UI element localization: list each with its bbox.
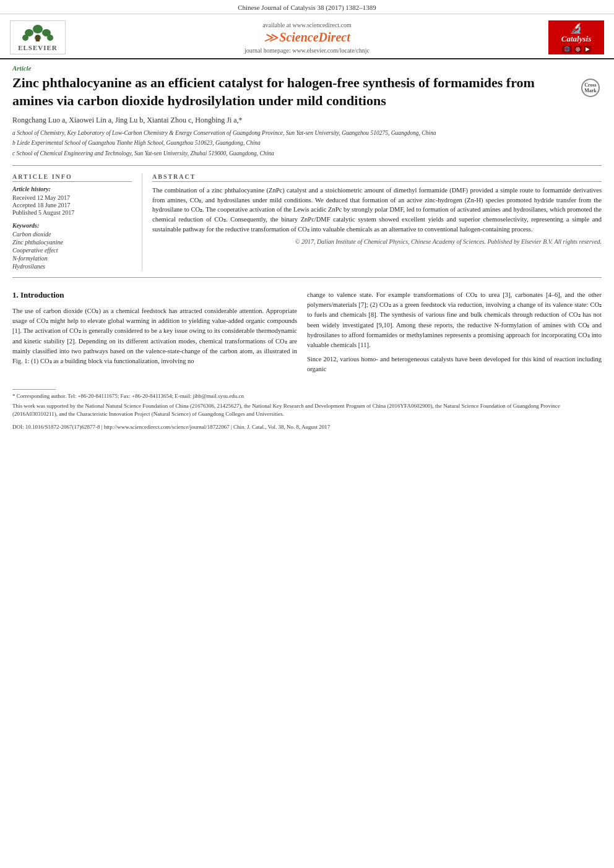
footnotes: * Corresponding author. Tel: +86-20-8411… <box>0 392 614 424</box>
separator-2 <box>12 277 602 278</box>
history-label: Article history: <box>12 186 132 192</box>
doi-text: DOI: 10.1016/S1872-2067(17)62877-8 | htt… <box>12 424 330 430</box>
abstract-column: ABSTRACT The combination of a zinc phtha… <box>142 173 602 271</box>
abstract-heading: ABSTRACT <box>152 173 602 182</box>
keywords-section: Keywords: Carbon dioxide Zinc phthalocya… <box>12 222 132 270</box>
elsevier-name: ELSEVIER <box>18 44 58 51</box>
icon-play: ▶ <box>584 46 591 53</box>
corresponding-author-note: * Corresponding author. Tel: +86-20-8411… <box>12 392 602 401</box>
header-area: ELSEVIER available at www.sciencedirect.… <box>0 14 614 59</box>
accepted-date: Accepted 18 June 2017 <box>12 202 132 208</box>
published-date: Published 5 August 2017 <box>12 209 132 216</box>
separator <box>12 165 602 166</box>
keyword-3: Cooperative effect <box>12 247 132 254</box>
sd-available-text: available at www.sciencedirect.com <box>262 22 352 28</box>
intro-para-2: change to valence state. For example tra… <box>307 290 602 351</box>
intro-title: Introduction <box>20 290 64 299</box>
affiliation-b: b Liede Experimental School of Guangzhou… <box>12 139 602 147</box>
intro-left-text: The use of carbon dioxide (CO₂) as a che… <box>12 306 297 367</box>
icon-circle: ◎ <box>574 46 582 53</box>
sciencedirect-header: available at www.sciencedirect.com ≫ Sci… <box>66 22 548 54</box>
page: Chinese Journal of Catalysis 38 (2017) 1… <box>0 0 614 868</box>
keyword-2: Zinc phthalocyanine <box>12 239 132 246</box>
keyword-5: Hydrosilanes <box>12 263 132 270</box>
abstract-text: The combination of a zinc phthalocyanine… <box>152 186 602 234</box>
intro-heading: 1. Introduction <box>12 290 297 301</box>
sd-homepage-text: journal homepage: www.elsevier.com/locat… <box>244 47 370 54</box>
copyright-text: © 2017, Dalian Institute of Chemical Phy… <box>295 238 602 245</box>
crossmark-badge: Cross Mark <box>579 77 602 99</box>
catalysis-icon: 🔬 <box>570 23 582 33</box>
intro-para-3: Since 2012, various homo- and heterogene… <box>307 355 602 375</box>
received-date: Received 12 May 2017 <box>12 194 132 201</box>
affiliations: a School of Chemistry, Key Laboratory of… <box>0 126 614 163</box>
article-info-column: ARTICLE INFO Article history: Received 1… <box>12 173 142 271</box>
article-history: Article history: Received 12 May 2017 Ac… <box>12 186 132 216</box>
intro-number: 1. <box>12 290 19 299</box>
main-right-column: change to valence state. For example tra… <box>307 290 602 378</box>
footnote-separator <box>12 389 56 390</box>
keyword-1: Carbon dioxide <box>12 231 132 238</box>
keyword-4: N-formylation <box>12 255 132 262</box>
article-info-heading: ARTICLE INFO <box>12 173 132 182</box>
article-title: Zinc phthalocyanine as an efficient cata… <box>12 74 579 110</box>
authors-text: Rongchang Luo a, Xiaowei Lin a, Jing Lu … <box>12 116 243 124</box>
journal-header: Chinese Journal of Catalysis 38 (2017) 1… <box>0 0 614 14</box>
main-content: 1. Introduction The use of carbon dioxid… <box>0 284 614 384</box>
journal-title: Chinese Journal of Catalysis 38 (2017) 1… <box>238 4 376 11</box>
catalysis-title: Catalysis <box>561 34 591 44</box>
sciencedirect-logo: available at www.sciencedirect.com ≫ Sci… <box>72 22 542 54</box>
doi-line: DOI: 10.1016/S1872-2067(17)62877-8 | htt… <box>0 424 614 435</box>
crossmark-inner: Cross Mark <box>581 79 600 97</box>
two-col-main: 1. Introduction The use of carbon dioxid… <box>12 290 602 378</box>
keywords-label: Keywords: <box>12 222 132 229</box>
svg-point-3 <box>22 35 28 41</box>
main-left-column: 1. Introduction The use of carbon dioxid… <box>12 290 297 378</box>
catalysis-logo: 🔬 Catalysis 🌐 ◎ ▶ <box>548 20 604 54</box>
abstract-paragraph: The combination of a zinc phthalocyanine… <box>152 186 602 234</box>
icon-globe: 🌐 <box>562 46 572 53</box>
support-note: This work was supported by the National … <box>12 402 602 419</box>
affiliation-c: c School of Chemical Engineering and Tec… <box>12 149 602 158</box>
svg-rect-6 <box>36 35 40 41</box>
article-title-area: Zinc phthalocyanine as an efficient cata… <box>0 72 614 113</box>
catalysis-icons-row: 🌐 ◎ ▶ <box>562 46 591 53</box>
svg-point-5 <box>47 35 53 41</box>
article-label: Article <box>0 59 614 72</box>
affiliation-a: a School of Chemistry, Key Laboratory of… <box>12 129 602 137</box>
sd-logo-text: ScienceDirect <box>279 30 350 45</box>
intro-right-text: change to valence state. For example tra… <box>307 290 602 374</box>
copyright-line: © 2017, Dalian Institute of Chemical Phy… <box>152 238 602 245</box>
elsevier-tree-icon <box>19 24 56 43</box>
svg-point-0 <box>33 25 43 33</box>
info-abstract-section: ARTICLE INFO Article history: Received 1… <box>0 168 614 271</box>
intro-para-1: The use of carbon dioxide (CO₂) as a che… <box>12 306 297 367</box>
authors-line: Rongchang Luo a, Xiaowei Lin a, Jing Lu … <box>0 113 614 126</box>
elsevier-logo: ELSEVIER <box>10 20 66 54</box>
